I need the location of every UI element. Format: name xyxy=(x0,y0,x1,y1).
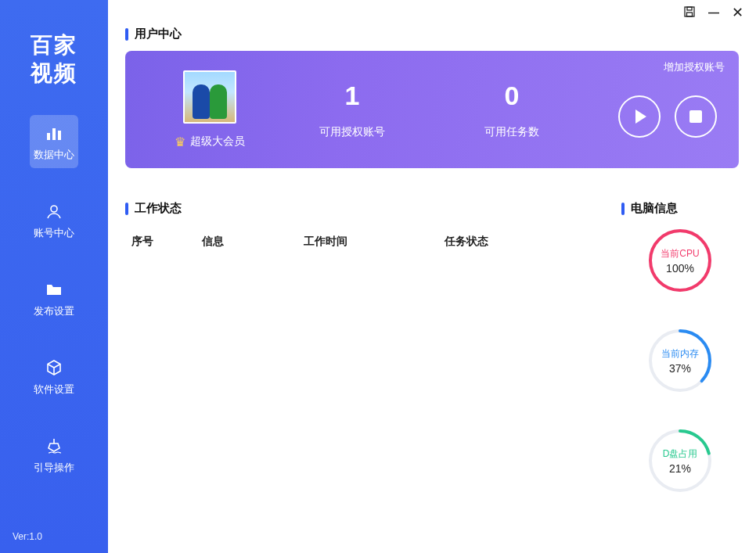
table-header: 序号 信息 工作时间 任务状态 xyxy=(125,225,601,258)
crown-icon: ♛ xyxy=(175,135,185,149)
boat-icon xyxy=(44,436,64,456)
stop-icon xyxy=(689,110,702,123)
sidebar-nav: 数据中心 账号中心 发布设置 软件设置 xyxy=(0,115,108,481)
stop-button[interactable] xyxy=(675,95,717,138)
sidebar-item-label: 引导操作 xyxy=(34,461,74,475)
gauge-list: 当前CPU 100% 当前内存 37% xyxy=(621,225,739,496)
member-row: ♛ 超级大会员 xyxy=(175,135,245,149)
sidebar-item-label: 软件设置 xyxy=(34,382,74,397)
play-button[interactable] xyxy=(618,95,661,138)
col-index: 序号 xyxy=(131,235,202,249)
app-root: 百家 视频 数据中心 账号中心 发布设置 xyxy=(0,0,756,553)
gauge-memory: 当前内存 37% xyxy=(645,325,715,396)
svg-rect-2 xyxy=(58,131,61,140)
lower-row: 工作状态 序号 信息 工作时间 任务状态 电脑信息 xyxy=(125,184,739,496)
bar-chart-icon xyxy=(44,123,64,143)
sidebar-item-software[interactable]: 软件设置 xyxy=(30,350,78,403)
work-status-panel: 工作状态 序号 信息 工作时间 任务状态 xyxy=(125,184,601,496)
stat-value: 0 xyxy=(505,81,520,111)
sidebar-item-label: 数据中心 xyxy=(34,148,74,162)
sidebar-item-account[interactable]: 账号中心 xyxy=(30,193,78,246)
gauge-label: D盘占用 xyxy=(663,447,698,461)
add-auth-account-link[interactable]: 增加授权账号 xyxy=(664,60,725,74)
sidebar-item-publish[interactable]: 发布设置 xyxy=(30,271,78,325)
col-time: 工作时间 xyxy=(304,235,445,249)
minimize-icon[interactable]: — xyxy=(708,7,719,18)
section-bar-icon xyxy=(125,203,128,215)
app-logo: 百家 视频 xyxy=(31,31,77,88)
section-title-text: 用户中心 xyxy=(135,27,182,41)
stat-tasks: 0 可用任务数 xyxy=(432,51,592,168)
stat-caption: 可用授权账号 xyxy=(319,125,385,139)
sidebar: 百家 视频 数据中心 账号中心 发布设置 xyxy=(0,0,108,553)
section-bar-icon xyxy=(125,28,128,41)
sidebar-item-label: 发布设置 xyxy=(34,304,74,318)
gauge-value: 21% xyxy=(669,462,691,475)
svg-point-3 xyxy=(51,206,57,212)
section-title-text: 电脑信息 xyxy=(631,201,678,216)
svg-rect-1 xyxy=(52,128,56,140)
logo-line2: 视频 xyxy=(31,59,77,88)
play-icon xyxy=(635,110,646,124)
sidebar-item-data[interactable]: 数据中心 xyxy=(30,115,78,168)
hero-user-block: ♛ 超级大会员 xyxy=(147,51,272,168)
content: 用户中心 增加授权账号 ♛ 超级大会员 1 可用授权账号 0 可 xyxy=(108,25,756,553)
gauge-label: 当前内存 xyxy=(661,347,699,361)
titlebar: — ✕ xyxy=(108,0,756,25)
svg-rect-0 xyxy=(47,133,50,140)
svg-rect-5 xyxy=(687,7,692,10)
svg-rect-6 xyxy=(687,13,693,16)
main-area: — ✕ 用户中心 增加授权账号 ♛ 超级大会员 1 可用授 xyxy=(108,0,756,553)
col-info: 信息 xyxy=(202,235,304,249)
stat-auth-accounts: 1 可用授权账号 xyxy=(272,51,432,168)
logo-line1: 百家 xyxy=(31,31,77,59)
sidebar-item-label: 账号中心 xyxy=(34,226,74,240)
stat-caption: 可用任务数 xyxy=(484,125,539,139)
user-icon xyxy=(44,201,64,221)
gauge-disk: D盘占用 21% xyxy=(645,426,715,496)
section-user-center: 用户中心 xyxy=(125,27,739,41)
gauge-cpu: 当前CPU 100% xyxy=(645,225,715,296)
save-icon[interactable] xyxy=(683,5,696,20)
user-center-card: 增加授权账号 ♛ 超级大会员 1 可用授权账号 0 可用任务数 xyxy=(125,51,739,168)
member-label: 超级大会员 xyxy=(190,135,245,149)
svg-rect-4 xyxy=(685,7,694,16)
cube-icon xyxy=(44,357,64,378)
sidebar-item-guide[interactable]: 引导操作 xyxy=(30,428,78,481)
gauge-label: 当前CPU xyxy=(661,247,699,260)
stat-value: 1 xyxy=(345,81,360,111)
col-status: 任务状态 xyxy=(445,235,595,249)
section-title-text: 工作状态 xyxy=(135,201,182,216)
pc-info-panel: 电脑信息 当前CPU 100% xyxy=(621,184,739,496)
gauge-value: 100% xyxy=(666,262,694,275)
section-bar-icon xyxy=(621,203,625,215)
version-label: Ver:1.0 xyxy=(0,531,42,542)
section-work-status: 工作状态 xyxy=(125,201,601,216)
close-icon[interactable]: ✕ xyxy=(732,5,743,20)
section-pc-info: 电脑信息 xyxy=(621,201,739,216)
avatar[interactable] xyxy=(183,70,236,124)
gauge-value: 37% xyxy=(669,362,691,375)
folder-icon xyxy=(44,279,64,300)
